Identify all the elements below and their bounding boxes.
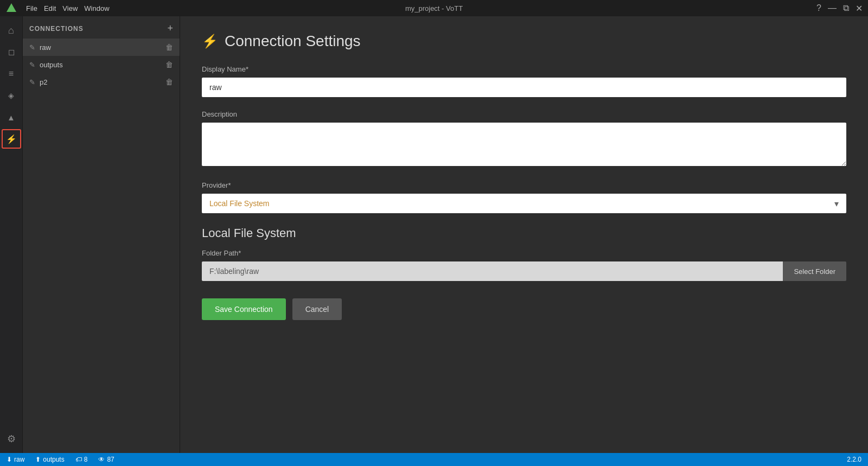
connection-label-outputs: outputs: [40, 61, 63, 69]
statusbar-tags-count: 8: [84, 456, 88, 463]
provider-label: Provider*: [202, 181, 846, 189]
statusbar-tags: 🏷 8: [75, 456, 88, 463]
titlebar: File Edit View Window my_project - VoTT …: [0, 0, 868, 16]
display-name-label: Display Name*: [202, 65, 846, 73]
description-input[interactable]: [202, 123, 846, 166]
delete-button-p2[interactable]: 🗑: [165, 78, 173, 86]
display-name-input[interactable]: [202, 78, 846, 97]
icon-sidebar: ⌂ ◻ ≡ ◈ ▲ ⚡ ⚙: [0, 16, 23, 453]
sidebar-item-bookmark[interactable]: ◻: [2, 42, 21, 62]
sidebar-item-home[interactable]: ⌂: [2, 21, 21, 40]
titlebar-menu: File Edit View Window: [26, 4, 110, 12]
left-panel: CONNECTIONS + ✎ raw 🗑 ✎ outputs 🗑 ✎ p2 🗑: [23, 16, 180, 453]
sidebar-item-connections[interactable]: ⚡: [2, 129, 21, 149]
edit-icon-outputs: ✎: [29, 61, 35, 69]
download-icon: ⬇: [7, 456, 12, 463]
help-button[interactable]: ?: [816, 3, 821, 13]
upload-icon: ⬆: [35, 456, 41, 463]
form-actions: Save Connection Cancel: [202, 298, 846, 320]
eye-icon: 👁: [98, 456, 105, 463]
menu-view[interactable]: View: [62, 4, 78, 12]
display-name-group: Display Name*: [202, 65, 846, 97]
menu-window[interactable]: Window: [84, 4, 109, 12]
cancel-button[interactable]: Cancel: [292, 298, 342, 320]
select-folder-button[interactable]: Select Folder: [783, 261, 846, 281]
folder-path-input[interactable]: [202, 261, 783, 281]
page-title: Connection Settings: [225, 33, 361, 50]
titlebar-controls: ? — ⧉ ✕: [816, 3, 863, 14]
titlebar-left: File Edit View Window: [5, 2, 110, 14]
app-body: ⌂ ◻ ≡ ◈ ▲ ⚡ ⚙ CONNECTIONS + ✎ raw 🗑 ✎ ou…: [0, 16, 868, 453]
statusbar-raw-label: raw: [14, 456, 24, 463]
edit-icon-raw: ✎: [29, 43, 35, 52]
connection-label-raw: raw: [40, 43, 51, 52]
add-connection-button[interactable]: +: [167, 23, 173, 34]
connections-header: CONNECTIONS +: [23, 16, 180, 39]
minimize-button[interactable]: —: [828, 3, 837, 13]
maximize-button[interactable]: ⧉: [843, 3, 849, 13]
menu-file[interactable]: File: [26, 4, 37, 12]
sidebar-item-tag[interactable]: ◈: [2, 86, 21, 105]
provider-group: Provider* Local File System Azure Blob S…: [202, 181, 846, 213]
folder-path-label: Folder Path*: [202, 249, 846, 257]
delete-button-outputs[interactable]: 🗑: [165, 60, 173, 69]
edit-icon-p2: ✎: [29, 78, 35, 86]
folder-path-group: Folder Path* Select Folder: [202, 249, 846, 281]
connection-settings-icon: ⚡: [202, 34, 218, 49]
description-label: Description: [202, 110, 846, 118]
svg-marker-0: [7, 3, 16, 12]
sidebar-item-settings[interactable]: ≡: [2, 64, 21, 84]
statusbar: ⬇ raw ⬆ outputs 🏷 8 👁 87 2.2.0: [0, 453, 868, 466]
statusbar-visited: 👁 87: [98, 456, 114, 463]
statusbar-outputs: ⬆ outputs: [35, 456, 64, 463]
connection-item-raw[interactable]: ✎ raw 🗑: [23, 39, 180, 56]
connection-item-p2[interactable]: ✎ p2 🗑: [23, 73, 180, 91]
delete-button-raw[interactable]: 🗑: [165, 43, 173, 52]
tag-count-icon: 🏷: [75, 456, 82, 463]
statusbar-outputs-label: outputs: [43, 456, 64, 463]
connection-label-p2: p2: [40, 78, 47, 86]
description-group: Description: [202, 110, 846, 168]
main-content: ⚡ Connection Settings Display Name* Desc…: [180, 16, 868, 453]
connections-title: CONNECTIONS: [29, 25, 84, 33]
menu-edit[interactable]: Edit: [44, 4, 56, 12]
local-filesystem-section: Local File System Folder Path* Select Fo…: [202, 226, 846, 281]
save-connection-button[interactable]: Save Connection: [202, 298, 286, 320]
provider-select[interactable]: Local File System Azure Blob Storage Bin…: [202, 194, 846, 213]
app-logo: [5, 2, 17, 14]
statusbar-visited-count: 87: [107, 456, 114, 463]
titlebar-title: my_project - VoTT: [405, 4, 463, 12]
sidebar-item-gear[interactable]: ⚙: [2, 429, 21, 449]
local-section-title: Local File System: [202, 226, 846, 240]
close-button[interactable]: ✕: [856, 3, 863, 14]
page-header: ⚡ Connection Settings: [202, 33, 846, 50]
statusbar-version: 2.2.0: [847, 456, 861, 463]
folder-path-row: Select Folder: [202, 261, 846, 281]
sidebar-item-learn[interactable]: ▲: [2, 107, 21, 127]
provider-select-wrapper: Local File System Azure Blob Storage Bin…: [202, 194, 846, 213]
statusbar-raw: ⬇ raw: [7, 456, 24, 463]
connection-item-outputs[interactable]: ✎ outputs 🗑: [23, 56, 180, 73]
